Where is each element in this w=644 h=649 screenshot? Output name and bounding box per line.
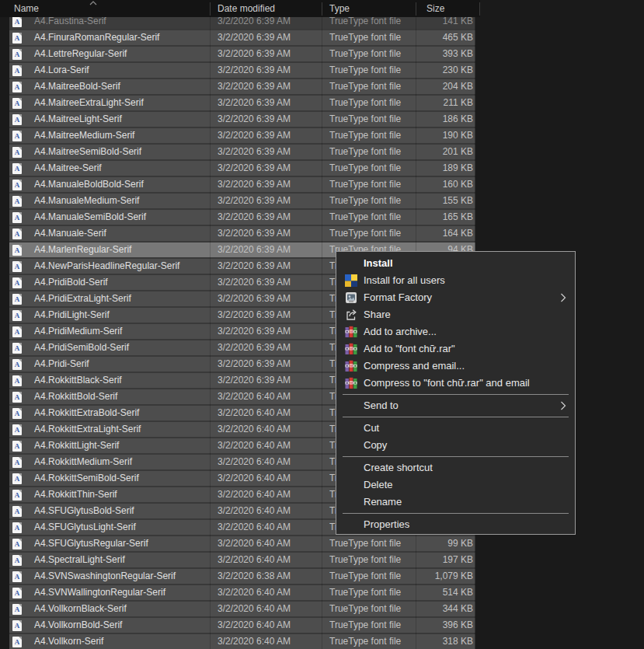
file-name: A4.PridiSemiBold-Serif (34, 340, 213, 355)
file-row[interactable]: A A4.SVNSwashingtonRegular-Serif 3/2/202… (9, 569, 475, 585)
file-date-modified: 3/2/2020 6:40 AM (218, 438, 326, 453)
truetype-file-icon: A (12, 65, 22, 76)
truetype-file-icon: A (12, 424, 22, 435)
file-row[interactable]: A A4.MaitreeSemiBold-Serif 3/2/2020 6:39… (9, 145, 475, 161)
menu-item-compress-and-email[interactable]: W Compress and email... (336, 358, 575, 375)
menu-item-label: Delete (364, 476, 393, 494)
column-divider[interactable] (210, 2, 211, 16)
menu-item-label: Create shortcut (364, 459, 433, 476)
menu-item-share[interactable]: Share (336, 306, 575, 323)
column-divider[interactable] (416, 2, 416, 16)
truetype-file-icon: A (12, 637, 22, 647)
file-row[interactable]: A A4.SVNWallingtonRegular-Serif 3/2/2020… (9, 585, 475, 602)
file-date-modified: 3/2/2020 6:40 AM (218, 585, 326, 600)
file-row[interactable]: A A4.MaitreeLight-Serif 3/2/2020 6:39 AM… (9, 112, 475, 128)
truetype-file-icon: A (12, 114, 22, 125)
menu-item-label: Compress to "font chữ.rar" and email (364, 375, 530, 392)
truetype-file-icon: A (12, 473, 22, 484)
file-row[interactable]: A A4.MaitreeExtraLight-Serif 3/2/2020 6:… (9, 96, 475, 112)
file-name: A4.SpectralLight-Serif (34, 553, 213, 567)
truetype-file-icon: A (12, 261, 22, 272)
file-date-modified: 3/2/2020 6:39 AM (218, 112, 326, 127)
menu-item-install-for-all-users[interactable]: Install for all users (336, 272, 575, 289)
file-row[interactable]: A A4.ManualeSemiBold-Serif 3/2/2020 6:39… (9, 210, 475, 226)
truetype-file-icon: A (12, 571, 22, 582)
menu-item-label: Send to (364, 397, 399, 414)
file-date-modified: 3/2/2020 6:40 AM (218, 602, 326, 616)
file-name: A4.MarlenRegular-Serif (34, 243, 213, 257)
file-size: 164 KB (373, 226, 473, 241)
menu-item-cut[interactable]: Cut (336, 420, 575, 437)
file-date-modified: 3/2/2020 6:39 AM (218, 308, 326, 323)
file-row[interactable]: A A4.ManualeMedium-Serif 3/2/2020 6:39 A… (9, 194, 475, 210)
truetype-file-icon: A (12, 277, 22, 288)
file-row[interactable]: A A4.VollkornBold-Serif 3/2/2020 6:40 AM… (9, 618, 475, 634)
file-date-modified: 3/2/2020 6:39 AM (218, 194, 326, 208)
column-divider[interactable] (322, 2, 322, 16)
file-size: 186 KB (373, 112, 473, 127)
file-name: A4.RokkittExtraLight-Serif (34, 422, 213, 437)
chevron-right-icon (560, 401, 566, 410)
winrar-icon: W (345, 326, 357, 338)
menu-item-install[interactable]: Install (336, 255, 575, 272)
file-size: 201 KB (373, 145, 473, 159)
menu-item-create-shortcut[interactable]: Create shortcut (336, 459, 575, 476)
file-size: 396 KB (373, 618, 473, 633)
file-name: A4.RokkittBlack-Serif (34, 373, 213, 388)
menu-item-compress-to-font-ch-rar-and-email[interactable]: W Compress to "font chữ.rar" and email (336, 375, 575, 392)
truetype-file-icon: A (12, 457, 22, 468)
column-header-name[interactable]: Name (14, 0, 39, 17)
file-date-modified: 3/2/2020 6:40 AM (218, 471, 326, 486)
file-date-modified: 3/2/2020 6:39 AM (218, 243, 326, 257)
file-row[interactable]: A A4.SFUGlytusRegular-Serif 3/2/2020 6:4… (9, 536, 475, 553)
file-date-modified: 3/2/2020 6:39 AM (218, 357, 326, 372)
menu-item-copy[interactable]: Copy (336, 437, 575, 454)
file-size: 160 KB (373, 177, 473, 192)
menu-item-add-to-font-ch-rar[interactable]: W Add to "font chữ.rar" (336, 340, 575, 358)
column-header-type[interactable]: Type (329, 0, 350, 17)
winrar-icon: W (345, 343, 357, 355)
file-row[interactable]: A A4.FinuraRomanRegular-Serif 3/2/2020 6… (9, 30, 475, 47)
menu-item-label: Copy (364, 437, 387, 454)
column-header-size[interactable]: Size (426, 0, 444, 17)
truetype-file-icon: A (12, 245, 22, 256)
file-name: A4.VollkornBold-Serif (34, 618, 213, 633)
menu-item-format-factory[interactable]: Format Factory (336, 289, 575, 306)
file-date-modified: 3/2/2020 6:39 AM (218, 161, 326, 176)
file-date-modified: 3/2/2020 6:40 AM (218, 455, 326, 469)
file-date-modified: 3/2/2020 6:39 AM (218, 96, 326, 110)
file-date-modified: 3/2/2020 6:40 AM (218, 536, 326, 551)
column-header-bar: Name Date modified Type Size (0, 0, 480, 17)
file-date-modified: 3/2/2020 6:39 AM (218, 47, 326, 61)
shield-icon (345, 274, 357, 287)
format-factory-icon (345, 291, 357, 304)
file-row[interactable]: A A4.MaitreeBold-Serif 3/2/2020 6:39 AM … (9, 79, 475, 96)
menu-item-properties[interactable]: Properties (336, 516, 575, 533)
column-divider[interactable] (479, 2, 480, 16)
file-row[interactable]: A A4.LettreRegular-Serif 3/2/2020 6:39 A… (9, 47, 475, 63)
menu-item-send-to[interactable]: Send to (336, 397, 575, 414)
column-header-date-modified[interactable]: Date modified (218, 0, 275, 17)
file-date-modified: 3/2/2020 6:38 AM (218, 569, 326, 584)
file-row[interactable]: A A4.ManualeBoldBold-Serif 3/2/2020 6:39… (9, 177, 475, 194)
menu-item-rename[interactable]: Rename (336, 494, 575, 511)
file-size: 1,079 KB (373, 569, 473, 584)
file-date-modified: 3/2/2020 6:39 AM (218, 63, 326, 78)
menu-item-add-to-archive[interactable]: W Add to archive... (336, 323, 575, 340)
file-date-modified: 3/2/2020 6:39 AM (218, 226, 326, 241)
file-row[interactable]: A A4.Manuale-Serif 3/2/2020 6:39 AM True… (9, 226, 475, 243)
file-size: 165 KB (373, 210, 473, 225)
menu-item-label: Install for all users (364, 272, 445, 289)
file-row[interactable]: A A4.VollkornBlack-Serif 3/2/2020 6:40 A… (9, 602, 475, 618)
file-row[interactable]: A A4.Vollkorn-Serif 3/2/2020 6:40 AM Tru… (9, 634, 475, 649)
file-size: 514 KB (373, 585, 473, 600)
file-name: A4.RokkittExtraBold-Serif (34, 406, 213, 420)
file-row[interactable]: A A4.Lora-Serif 3/2/2020 6:39 AM TrueTyp… (9, 63, 475, 79)
file-name: A4.NewParisHeadlineRegular-Serif (34, 259, 213, 274)
file-date-modified: 3/2/2020 6:39 AM (218, 30, 326, 45)
file-row[interactable]: A A4.MaitreeMedium-Serif 3/2/2020 6:39 A… (9, 128, 475, 145)
file-row[interactable]: A A4.Maitree-Serif 3/2/2020 6:39 AM True… (9, 161, 475, 177)
file-row[interactable]: A A4.SpectralLight-Serif 3/2/2020 6:40 A… (9, 553, 475, 569)
menu-item-delete[interactable]: Delete (336, 476, 575, 494)
winrar-icon: W (345, 377, 357, 389)
